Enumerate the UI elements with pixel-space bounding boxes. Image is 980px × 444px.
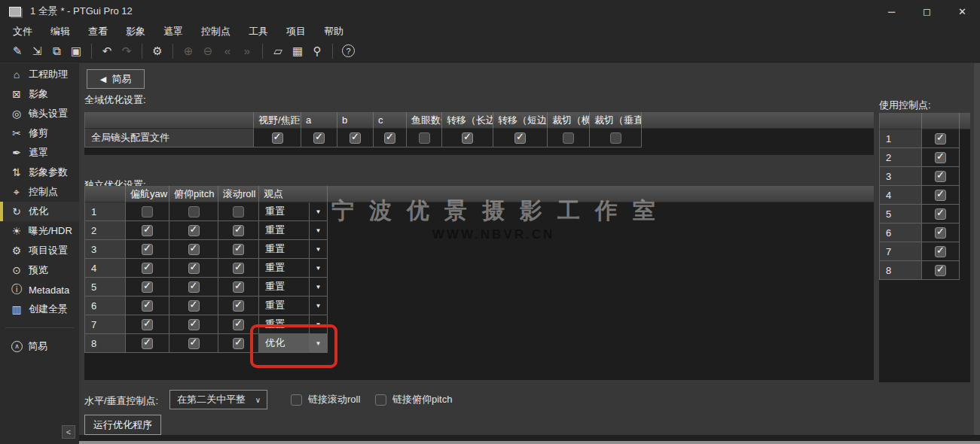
sidebar-item-control-points[interactable]: ⌖ 控制点 (0, 182, 79, 202)
viewpoint-dropdown[interactable]: 重置 ▼ (259, 259, 328, 278)
sidebar-item-create-panorama[interactable]: ▥ 创建全景 (0, 300, 79, 319)
yaw-checkbox[interactable] (126, 221, 169, 240)
sidebar-item-lens-settings[interactable]: ◎ 镜头设置 (0, 104, 79, 123)
use-cp-checkbox[interactable] (922, 167, 960, 186)
menu-item-project[interactable]: 项目 (277, 25, 315, 38)
previous-image-icon[interactable]: « (218, 44, 237, 57)
simple-mode-back-button[interactable]: ◀ 简易 (87, 69, 145, 89)
menu-item-help[interactable]: 帮助 (315, 25, 353, 38)
roll-checkbox[interactable] (218, 259, 259, 278)
menu-item-mask[interactable]: 遮罩 (154, 25, 192, 38)
c-checkbox[interactable] (374, 129, 407, 147)
yaw-checkbox[interactable] (126, 297, 169, 315)
run-optimizer-button[interactable]: 运行优化程序 (84, 415, 161, 435)
pitch-checkbox[interactable] (169, 278, 218, 297)
shift-long-checkbox[interactable] (442, 129, 493, 147)
viewpoint-dropdown[interactable]: 重置 ▼ (259, 278, 328, 297)
roll-checkbox[interactable] (218, 221, 259, 240)
next-image-icon[interactable]: » (237, 44, 257, 57)
detail-editor-icon[interactable]: ⇲ (27, 44, 47, 58)
viewpoint-dropdown[interactable]: 重置 ▼ (259, 297, 328, 315)
pitch-checkbox[interactable] (169, 315, 218, 334)
hints-lightbulb-icon[interactable]: ⚲ (307, 44, 327, 58)
dropdown-arrow-icon[interactable]: ▼ (309, 334, 327, 352)
yaw-checkbox[interactable] (126, 240, 169, 259)
sidebar-item-preview[interactable]: ⊙ 预览 (0, 260, 79, 280)
use-cp-checkbox[interactable] (922, 242, 960, 261)
panorama-editor-icon[interactable]: ▱ (268, 44, 288, 58)
menu-item-tools[interactable]: 工具 (240, 25, 277, 38)
use-cp-checkbox[interactable] (922, 261, 960, 280)
right-scroll-strip[interactable] (974, 63, 980, 435)
redo-icon[interactable]: ↷ (117, 44, 136, 58)
fisheye-checkbox[interactable] (407, 129, 442, 147)
viewpoint-dropdown[interactable]: 重置 ▼ (259, 315, 328, 334)
menu-item-edit[interactable]: 编辑 (41, 25, 79, 38)
use-cp-checkbox[interactable] (922, 186, 960, 205)
pitch-checkbox[interactable] (169, 334, 218, 353)
viewpoint-dropdown[interactable]: 重置 ▼ (259, 221, 328, 240)
use-cp-checkbox[interactable] (922, 205, 960, 224)
undo-icon[interactable]: ↶ (97, 44, 117, 58)
yaw-checkbox[interactable] (126, 278, 169, 297)
settings-gear-icon[interactable]: ⚙ (148, 44, 167, 58)
menu-item-file[interactable]: 文件 (4, 25, 41, 38)
sidebar-item-metadata[interactable]: ⓘ Metadata (0, 280, 79, 300)
sidebar-item-images[interactable]: ⊠ 影象 (0, 84, 79, 104)
menu-item-images[interactable]: 影象 (117, 25, 154, 38)
pitch-checkbox[interactable] (169, 202, 218, 221)
link-pitch-checkbox[interactable]: 链接俯仰pitch (375, 393, 452, 406)
pitch-checkbox[interactable] (169, 240, 218, 259)
sidebar-item-crop[interactable]: ✂ 修剪 (0, 123, 79, 143)
shear-v-checkbox[interactable] (590, 129, 642, 147)
pitch-checkbox[interactable] (169, 259, 218, 278)
sidebar-item-project-settings[interactable]: ⚙ 项目设置 (0, 241, 79, 260)
hv-control-points-select[interactable]: 在第二关中平整 ∨ (169, 390, 267, 409)
yaw-checkbox[interactable] (126, 315, 169, 334)
shear-h-checkbox[interactable] (548, 129, 590, 147)
dropdown-arrow-icon[interactable]: ▼ (309, 202, 327, 220)
viewpoint-dropdown-row8[interactable]: 优化 ▼ (259, 334, 328, 353)
dropdown-arrow-icon[interactable]: ▼ (309, 240, 327, 258)
fov-checkbox[interactable] (254, 129, 301, 147)
menu-item-view[interactable]: 查看 (79, 25, 117, 38)
close-button[interactable]: ✕ (945, 0, 980, 23)
use-cp-checkbox[interactable] (922, 224, 960, 242)
dropdown-arrow-icon[interactable]: ▼ (309, 297, 327, 315)
roll-checkbox[interactable] (218, 297, 259, 315)
grid-icon[interactable]: ▦ (288, 44, 307, 58)
b-checkbox[interactable] (337, 129, 374, 147)
viewpoint-dropdown[interactable]: 重置 ▼ (259, 240, 328, 259)
menu-item-control-points[interactable]: 控制点 (192, 25, 240, 38)
maximize-button[interactable]: ◻ (909, 0, 945, 23)
roll-checkbox[interactable] (218, 240, 259, 259)
sidebar-item-project-assistant[interactable]: ⌂ 工程助理 (0, 65, 79, 84)
viewpoint-dropdown[interactable]: 重置 ▼ (259, 202, 328, 221)
yaw-checkbox[interactable] (126, 334, 169, 353)
sidebar-item-optimizer[interactable]: ↻ 优化 (0, 202, 79, 221)
pitch-checkbox[interactable] (169, 221, 218, 240)
use-cp-checkbox[interactable] (922, 148, 960, 167)
pitch-checkbox[interactable] (169, 297, 218, 315)
shift-short-checkbox[interactable] (493, 129, 548, 147)
zoom-out-icon[interactable]: ⊖ (198, 44, 218, 58)
roll-checkbox[interactable] (218, 278, 259, 297)
sidebar-item-image-parameters[interactable]: ⇅ 影象参数 (0, 163, 79, 182)
yaw-checkbox[interactable] (126, 202, 169, 221)
dropdown-arrow-icon[interactable]: ▼ (309, 259, 327, 277)
use-cp-checkbox[interactable] (922, 129, 960, 148)
a-checkbox[interactable] (301, 129, 337, 147)
sidebar-collapse-button[interactable]: < (62, 425, 75, 439)
save-icon[interactable]: ▣ (66, 44, 86, 58)
sidebar-item-exposure-hdr[interactable]: ☀ 曝光/HDR (0, 221, 79, 241)
link-roll-checkbox[interactable]: 链接滚动roll (291, 393, 360, 406)
help-icon[interactable]: ? (342, 44, 355, 57)
yaw-checkbox[interactable] (126, 259, 169, 278)
roll-checkbox[interactable] (218, 202, 259, 221)
minimize-button[interactable]: ─ (874, 0, 909, 23)
zoom-in-icon[interactable]: ⊕ (179, 44, 198, 58)
batch-stitcher-icon[interactable]: ⧉ (47, 44, 66, 58)
edit-project-icon[interactable]: ✎ (8, 44, 27, 58)
dropdown-arrow-icon[interactable]: ▼ (309, 278, 327, 296)
roll-checkbox[interactable] (218, 315, 259, 334)
